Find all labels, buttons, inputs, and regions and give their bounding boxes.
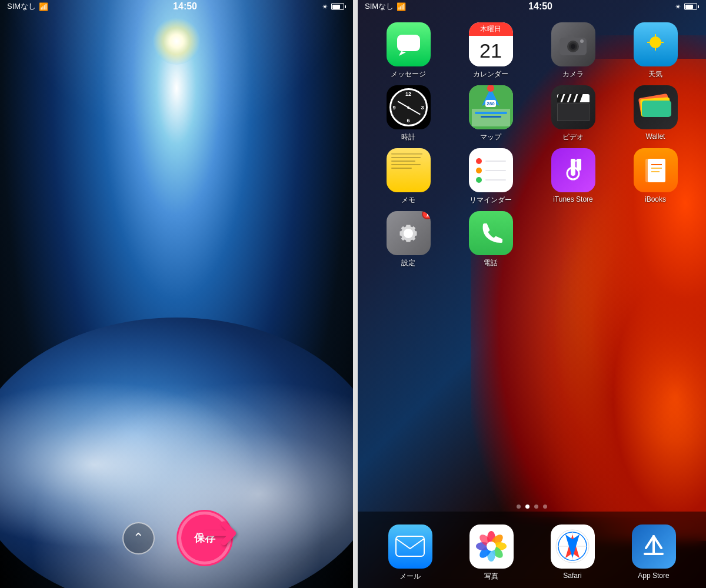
messages-icon [387,22,431,66]
weather-label: 天気 [648,69,662,79]
appstore-icon [632,524,676,569]
dock-appstore[interactable]: App Store [632,524,676,582]
clock-label: 時計 [401,132,415,142]
svg-rect-6 [568,35,574,39]
right-time: 14:50 [528,1,552,12]
svg-rect-27 [648,159,665,182]
arrow-overlay: ➜ [200,509,239,556]
wallet-icon [634,85,678,129]
app-weather[interactable]: 天気 [617,22,694,79]
app-ibooks[interactable]: iBooks [617,148,694,205]
chevron-button[interactable]: ⌃ [122,522,155,554]
app-video[interactable]: ビデオ [534,85,612,142]
app-calendar[interactable]: 木曜日 21 カレンダー [452,22,530,79]
svg-text:280: 280 [487,101,495,106]
right-sim-label: SIMなし [365,1,394,12]
page-dot-2[interactable] [534,505,538,509]
sim-label: SIMなし [7,1,36,12]
photos-label: 写真 [484,572,498,582]
svg-point-40 [487,542,496,551]
safari-icon [551,524,595,569]
battery-icon [331,3,346,10]
maps-icon: 280 [469,85,513,129]
app-camera[interactable]: カメラ [534,22,612,79]
calendar-label: カレンダー [473,69,508,79]
app-itunes[interactable]: iTunes Store [534,148,612,205]
page-dots [358,505,706,509]
phone-icon [469,211,513,255]
app-messages[interactable]: メッセージ [369,22,447,79]
chevron-icon: ⌃ [133,530,144,546]
page-dot-1[interactable] [525,505,530,509]
status-right: ✴ [322,2,346,11]
phone-label: 電話 [484,258,498,268]
left-panel: SIMなし 📶 14:50 ✴ ⌃ 保存 ➜ [0,0,353,588]
panel-divider [353,0,358,588]
dock-mail[interactable]: メール [388,524,432,582]
messages-label: メッセージ [391,69,426,79]
left-status-bar: SIMなし 📶 14:50 ✴ [0,0,353,13]
mail-icon [388,524,432,569]
maps-label: マップ [480,132,501,142]
bottom-controls: ⌃ 保存 [0,512,353,564]
wifi-icon: 📶 [39,2,48,11]
left-time: 14:50 [173,1,197,12]
itunes-label: iTunes Store [553,195,593,203]
right-status-right: ✴ [675,2,699,11]
reminders-label: リマインダー [469,195,512,205]
reminders-icon [469,148,513,192]
app-memo[interactable]: メモ [369,148,447,205]
dock-photos[interactable]: 写真 [469,524,514,582]
right-bluetooth-icon: ✴ [675,2,681,11]
svg-marker-1 [399,51,406,56]
right-wifi-icon: 📶 [397,2,406,11]
itunes-icon [551,148,595,192]
settings-label: 設定 [401,258,415,268]
svg-rect-0 [397,35,420,51]
svg-point-8 [650,36,661,48]
svg-rect-31 [396,536,424,556]
right-status-bar: SIMなし 📶 14:50 ✴ [358,0,706,13]
camera-icon [551,22,595,66]
memo-label: メモ [401,195,415,205]
dock: メール [358,512,706,588]
video-icon [551,85,595,129]
svg-point-7 [580,39,584,43]
camera-label: カメラ [562,69,584,79]
bluetooth-icon: ✴ [322,2,328,11]
weather-icon [634,22,678,66]
app-wallet[interactable]: Wallet [617,85,694,142]
svg-point-5 [571,44,575,49]
settings-badge: 1 [422,211,430,219]
calendar-weekday: 木曜日 [469,22,513,36]
ibooks-label: iBooks [645,195,666,203]
appstore-label: App Store [638,572,669,580]
dock-items: メール [358,513,706,587]
wallet-label: Wallet [646,132,665,141]
sun-glow [153,18,200,65]
photos-icon [469,524,514,569]
app-grid: メッセージ 木曜日 21 カレンダー [358,16,706,274]
app-clock[interactable]: 12 6 3 9 時計 [369,85,447,142]
ibooks-icon [634,148,678,192]
page-dot-0[interactable] [517,505,521,509]
app-reminders[interactable]: リマインダー [452,148,530,205]
page-dot-3[interactable] [543,505,547,509]
svg-rect-15 [475,112,507,114]
right-panel: SIMなし 📶 14:50 ✴ [358,0,706,588]
app-maps[interactable]: 280 マップ [452,85,530,142]
app-settings[interactable]: 1 設定 [369,211,447,268]
right-status-left: SIMなし 📶 [365,1,406,12]
safari-label: Safari [563,572,581,580]
dock-safari[interactable]: Safari [551,524,595,582]
memo-icon [387,148,431,192]
video-label: ビデオ [562,132,584,142]
clock-icon: 12 6 3 9 [389,88,428,126]
app-phone[interactable]: 電話 [452,211,530,268]
right-arrow-icon: ➜ [200,509,239,556]
status-left: SIMなし 📶 [7,1,48,12]
svg-rect-16 [481,116,501,118]
mail-label: メール [399,572,421,582]
calendar-day: 21 [479,40,502,62]
right-battery-icon [684,3,699,10]
